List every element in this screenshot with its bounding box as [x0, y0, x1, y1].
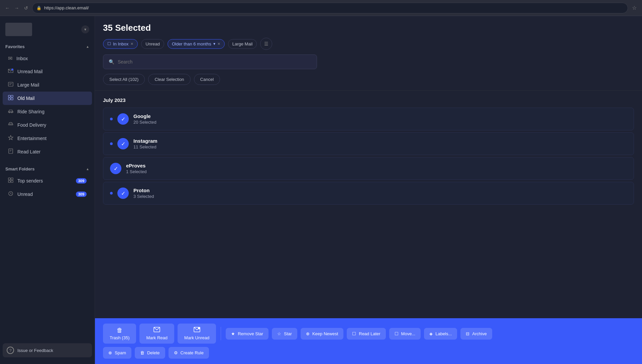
labels-button[interactable]: ◈ Labels...: [424, 328, 457, 340]
sidebar-item-label: Food Delivery: [17, 122, 46, 128]
archive-button[interactable]: ⊟ Archive: [460, 328, 492, 340]
create-rule-button[interactable]: ⚙ Create Rule: [169, 347, 209, 359]
filter-chip-close[interactable]: ✕: [217, 42, 220, 46]
search-bar[interactable]: 🔍: [103, 54, 317, 69]
sidebar-collapse-button[interactable]: ▾: [81, 25, 89, 33]
trash-label: Trash (35): [110, 335, 129, 340]
favorites-label: Favorites: [5, 44, 25, 49]
feedback-button[interactable]: ? Issue or Feedback: [3, 343, 92, 357]
filter-chip-label: In Inbox: [113, 41, 128, 46]
delete-button[interactable]: 🗑 Delete: [135, 347, 165, 359]
filter-chip-label: Large Mail: [232, 41, 253, 46]
bookmark-button[interactable]: ☆: [631, 3, 638, 12]
sidebar-footer: ? Issue or Feedback: [0, 341, 95, 360]
labels-icon: ◈: [429, 331, 433, 336]
filter-chip-label: Unread: [145, 41, 160, 46]
remove-star-label: Remove Star: [238, 331, 263, 336]
email-group-proton[interactable]: ✓ Proton 3 Selected: [103, 182, 634, 205]
search-input[interactable]: [118, 59, 311, 65]
filter-chip-unread[interactable]: Unread: [141, 39, 164, 49]
star-button[interactable]: ☆ Star: [272, 328, 297, 340]
section-date: July 2023: [103, 97, 634, 103]
svg-rect-10: [8, 178, 10, 180]
sidebar-item-read-later[interactable]: Read Later: [3, 145, 92, 158]
selected-count: 20 Selected: [133, 120, 627, 125]
email-group-eproves[interactable]: ✓ eProves 1 Selected: [103, 157, 634, 180]
svg-rect-4: [8, 98, 10, 100]
old-mail-icon: [8, 95, 13, 102]
sidebar-item-large-mail[interactable]: Large Mail: [3, 78, 92, 92]
sidebar-item-old-mail[interactable]: Old Mail: [3, 92, 92, 105]
cancel-button[interactable]: Cancel: [194, 74, 220, 85]
filter-chip-in-inbox[interactable]: ☐ In Inbox ✕: [103, 39, 138, 49]
move-button[interactable]: ☐ Move...: [389, 328, 421, 340]
mark-unread-button[interactable]: Mark Unread: [178, 324, 216, 344]
move-label: Move...: [401, 331, 416, 336]
sidebar-item-top-senders[interactable]: Top senders 309: [3, 174, 92, 188]
remove-star-button[interactable]: ★ Remove Star: [226, 328, 269, 340]
filter-chip-older-6mo[interactable]: Older than 6 months ▾ ✕: [168, 39, 225, 49]
check-circle[interactable]: ✓: [117, 113, 129, 125]
labels-label: Labels...: [435, 331, 452, 336]
main-content: 35 Selected ☐ In Inbox ✕ Unread Older th…: [95, 16, 642, 364]
sidebar-item-food-delivery[interactable]: Food Delivery: [3, 118, 92, 132]
star-icon: ☆: [277, 331, 281, 336]
sort-button[interactable]: ☰: [260, 38, 272, 50]
read-later-button[interactable]: ☐ Read Later: [347, 328, 386, 340]
email-info: Proton 3 Selected: [133, 188, 627, 199]
select-all-button[interactable]: Select All (102): [103, 74, 145, 85]
sidebar-item-entertainment[interactable]: Entertainment: [3, 132, 92, 145]
sidebar-item-unread[interactable]: Unread 309: [3, 188, 92, 201]
ride-sharing-icon: [8, 108, 13, 115]
trash-icon: 🗑: [117, 327, 123, 334]
page-title: 35 Selected: [103, 23, 634, 33]
bar-divider: [221, 327, 221, 340]
create-rule-label: Create Rule: [181, 350, 204, 355]
check-circle[interactable]: ✓: [117, 138, 129, 149]
svg-rect-3: [11, 95, 13, 97]
read-later-icon: [8, 148, 13, 155]
keep-newest-button[interactable]: ⊕ Keep Newest: [301, 328, 343, 340]
svg-point-0: [11, 69, 13, 71]
unread-mail-icon: [8, 68, 13, 75]
check-circle[interactable]: ✓: [117, 188, 129, 199]
trash-button[interactable]: 🗑 Trash (35): [103, 324, 136, 344]
favorites-chevron[interactable]: ▲: [86, 45, 89, 48]
mark-unread-label: Mark Unread: [184, 335, 209, 340]
spam-button[interactable]: ⊗ Spam: [103, 347, 131, 359]
sidebar-item-unread-mail[interactable]: Unread Mail: [3, 65, 92, 78]
delete-icon: 🗑: [140, 350, 144, 355]
refresh-button[interactable]: ↺: [23, 5, 29, 11]
sidebar-item-label: Top senders: [17, 178, 43, 184]
check-circle[interactable]: ✓: [110, 163, 121, 174]
sender-name: eProves: [126, 163, 627, 168]
create-rule-icon: ⚙: [174, 350, 178, 355]
email-info: Google 20 Selected: [133, 113, 627, 125]
unread-badge: 309: [76, 192, 87, 197]
keep-newest-label: Keep Newest: [312, 331, 338, 336]
sidebar-item-label: Unread: [17, 192, 33, 197]
mark-read-button[interactable]: Mark Read: [139, 324, 174, 344]
filter-chip-label: Older than 6 months: [172, 41, 211, 46]
sidebar-item-label: Unread Mail: [17, 69, 42, 74]
smart-folders-header: Smart Folders ▲: [0, 164, 95, 174]
email-group-instagram[interactable]: ✓ Instagram 11 Selected: [103, 132, 634, 155]
url-text: https://app.clean.email/: [44, 5, 89, 10]
spam-label: Spam: [115, 350, 126, 355]
smart-folders-chevron[interactable]: ▲: [86, 167, 89, 171]
filter-chip-large-mail[interactable]: Large Mail: [228, 39, 257, 49]
sort-icon: ☰: [264, 41, 269, 46]
forward-button[interactable]: →: [13, 5, 20, 11]
bottom-action-bar: 🗑 Trash (35) Mark Read: [95, 318, 642, 364]
url-bar[interactable]: 🔒 https://app.clean.email/: [32, 3, 628, 13]
search-icon: 🔍: [109, 59, 114, 65]
filter-chip-close[interactable]: ✕: [130, 42, 133, 46]
back-button[interactable]: ←: [4, 5, 11, 11]
clear-selection-button[interactable]: Clear Selection: [148, 74, 190, 85]
top-senders-icon: [8, 177, 13, 184]
sidebar-item-inbox[interactable]: ✉ Inbox: [3, 52, 92, 65]
email-group-google[interactable]: ✓ Google 20 Selected: [103, 108, 634, 130]
sidebar-item-ride-sharing[interactable]: Ride Sharing: [3, 105, 92, 118]
entertainment-icon: [8, 135, 13, 142]
email-info: eProves 1 Selected: [126, 163, 627, 174]
